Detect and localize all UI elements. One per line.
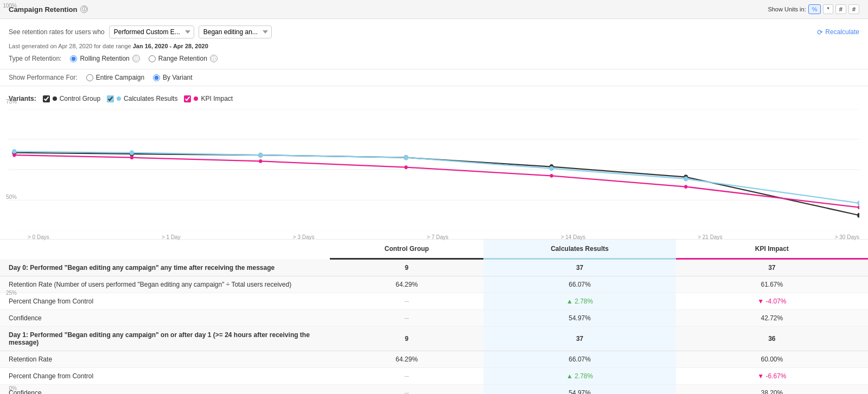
calc-dot-2: [258, 153, 263, 158]
variant-kpi-label: KPI Impact: [201, 95, 233, 102]
calc-dot-1: [130, 150, 134, 155]
kpi-dot-3: [404, 165, 407, 169]
by-variant-radio[interactable]: [153, 74, 160, 81]
table-row: Percent Change from Control -- ▲ 2.78% ▼…: [0, 293, 868, 310]
variant-control-group: Control Group: [43, 95, 100, 102]
entire-campaign-label: Entire Campaign: [96, 74, 144, 81]
row-day0-kpi: 37: [676, 259, 868, 276]
col-header-empty: [0, 240, 330, 259]
top-bar: Campaign Retention ⓘ Show Units in: % * …: [0, 0, 868, 19]
variant-kpi: KPI Impact: [184, 95, 233, 102]
y-label-0: 0%: [0, 385, 19, 391]
variant-control-dot: [53, 96, 57, 101]
variant-kpi-dot: [194, 96, 198, 101]
unit-star-btn[interactable]: *: [823, 4, 833, 14]
confidence-control: --: [330, 310, 483, 327]
recalculate-button[interactable]: ⟳ Recalculate: [817, 28, 859, 36]
row-day1-calculates: 37: [483, 327, 675, 351]
unit-hash1-btn[interactable]: #: [835, 4, 846, 14]
pct-change-d1-label: Percent Change from Control: [0, 368, 330, 385]
x-label-2: > 3 Days: [293, 234, 315, 240]
retention-rate-calculates: 66.07%: [483, 276, 675, 293]
began-dropdown[interactable]: Began editing an...: [199, 25, 272, 38]
x-axis: > 0 Days > 1 Day > 3 Days > 7 Days > 14 …: [9, 232, 859, 240]
calc-dot-3: [404, 155, 408, 160]
pct-change-d1-calculates: ▲ 2.78%: [483, 368, 675, 385]
kpi-dot-4: [550, 174, 553, 178]
kpi-dot-0: [12, 153, 16, 157]
variant-calculates-label: Calculates Results: [124, 95, 177, 102]
kpi-dot-1: [130, 156, 133, 159]
see-retention-label: See retention rates for users who: [9, 28, 105, 36]
y-label-25: 25%: [0, 290, 19, 296]
calc-dot-6: [857, 201, 859, 205]
table-row: Day 1: Performed "Began editing any camp…: [0, 327, 868, 351]
confidence-label: Confidence: [0, 310, 330, 327]
controls-section: See retention rates for users who Perfor…: [0, 19, 868, 69]
date-range: Jan 16, 2020 - Apr 28, 2020: [133, 43, 208, 49]
confidence-d1-calculates: 54.97%: [483, 385, 675, 394]
range-retention-label: Range Retention: [158, 55, 207, 62]
row-day0-calculates: 37: [483, 259, 675, 276]
confidence-d1-label: Confidence: [0, 385, 330, 394]
variant-control-label: Control Group: [60, 95, 100, 102]
y-label-100: 100%: [0, 3, 19, 9]
entire-campaign-option[interactable]: Entire Campaign: [86, 74, 144, 81]
calc-dot-0: [12, 149, 16, 154]
pct-change-d1-control: --: [330, 368, 483, 385]
retention-rate-d1-label: Retention Rate: [0, 351, 330, 368]
table-row: Confidence -- 54.97% 38.20%: [0, 385, 868, 394]
retention-rate-d1-control: 64.29%: [330, 351, 483, 368]
table-row: Confidence -- 54.97% 42.72%: [0, 310, 868, 327]
col-header-calculates: Calculates Results: [483, 240, 675, 259]
show-units-label: Show Units in:: [768, 6, 806, 12]
main-panel: See retention rates for users who Perfor…: [0, 19, 868, 394]
title-info-icon[interactable]: ⓘ: [80, 5, 88, 13]
by-variant-label: By Variant: [163, 74, 192, 81]
x-label-0: > 0 Days: [28, 234, 49, 240]
show-units-container: Show Units in: % * # #: [768, 4, 859, 14]
table-row: Percent Change from Control -- ▲ 2.78% ▼…: [0, 368, 868, 385]
recalculate-label: Recalculate: [825, 28, 859, 36]
unit-hash2-btn[interactable]: #: [848, 4, 859, 14]
pct-change-kpi: ▼ -4.07%: [676, 293, 868, 310]
range-info-icon[interactable]: ⓘ: [210, 55, 218, 62]
rolling-info-icon[interactable]: ⓘ: [132, 55, 140, 62]
row-day1-kpi: 36: [676, 327, 868, 351]
retention-rate-d1-calculates: 66.07%: [483, 351, 675, 368]
retention-type-row: Type of Retention: Rolling Retention ⓘ R…: [9, 55, 859, 62]
variant-calculates-checkbox[interactable]: [107, 95, 114, 102]
row-day0-control: 9: [330, 259, 483, 276]
table-row: Retention Rate (Number of users performe…: [0, 276, 868, 293]
variant-calculates: Calculates Results: [107, 95, 177, 102]
range-retention-option[interactable]: Range Retention ⓘ: [149, 55, 218, 62]
col-header-kpi: KPI Impact: [676, 240, 868, 259]
pct-change-label: Percent Change from Control: [0, 293, 330, 310]
rolling-retention-option[interactable]: Rolling Retention ⓘ: [70, 55, 139, 62]
kpi-dot-6: [858, 205, 859, 209]
performance-section: Show Performance For: Entire Campaign By…: [0, 69, 868, 86]
col-header-control: Control Group: [330, 240, 483, 259]
range-retention-radio[interactable]: [149, 55, 156, 62]
by-variant-option[interactable]: By Variant: [153, 74, 192, 81]
kpi-dot-5: [684, 185, 687, 189]
table-section: Control Group Calculates Results KPI Imp…: [0, 240, 868, 394]
control-dot-6: [857, 213, 859, 218]
event-dropdown[interactable]: Performed Custom E...: [109, 25, 194, 38]
variant-control-checkbox[interactable]: [43, 95, 50, 102]
generated-info: Last generated on Apr 28, 2020 for date …: [9, 43, 859, 49]
variant-calculates-dot: [117, 96, 121, 101]
pct-change-d1-kpi: ▼ -6.67%: [676, 368, 868, 385]
rolling-retention-radio[interactable]: [70, 55, 77, 62]
entire-campaign-radio[interactable]: [86, 74, 93, 81]
confidence-calculates: 54.97%: [483, 310, 675, 327]
retention-chart: [9, 109, 859, 230]
unit-percent-btn[interactable]: %: [808, 4, 821, 14]
variant-kpi-checkbox[interactable]: [184, 95, 191, 102]
chart-section: Variants: Control Group Calculates Resul…: [0, 86, 868, 240]
recalculate-icon: ⟳: [817, 28, 823, 36]
performance-label: Show Performance For:: [9, 74, 78, 81]
table-row: Day 0: Performed "Began editing any camp…: [0, 259, 868, 276]
page-title-container: Campaign Retention ⓘ: [9, 5, 88, 14]
retention-rate-kpi: 61.67%: [676, 276, 868, 293]
